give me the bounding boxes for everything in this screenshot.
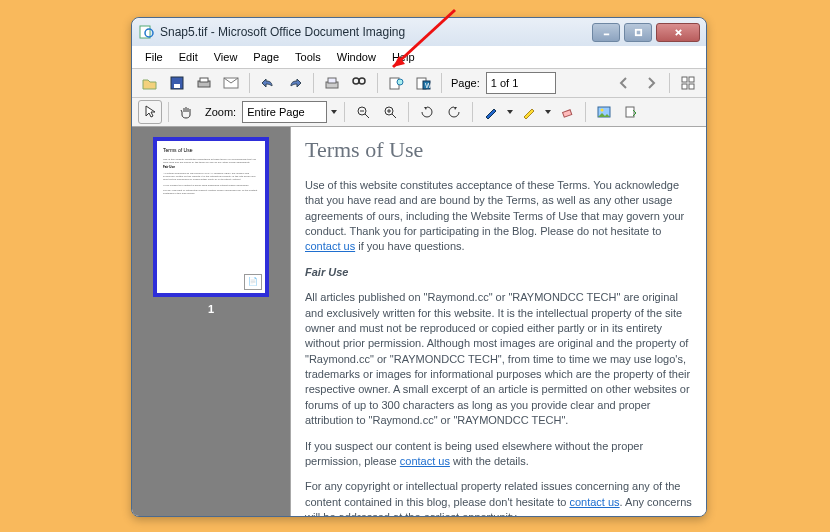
- open-icon[interactable]: [138, 71, 162, 95]
- page-thumbnail[interactable]: Terms of Use Use of this website constit…: [153, 137, 269, 297]
- close-button[interactable]: [656, 23, 700, 42]
- zoom-dropdown-icon[interactable]: [330, 110, 338, 114]
- contact-link[interactable]: contact us: [400, 455, 450, 467]
- doc-paragraph: For any copyright or intellectual proper…: [305, 479, 692, 517]
- eraser-icon[interactable]: [555, 100, 579, 124]
- svg-point-13: [353, 78, 359, 84]
- picture-icon[interactable]: [592, 100, 616, 124]
- separator: [472, 102, 473, 122]
- highlighter-dropdown-icon[interactable]: [544, 110, 552, 114]
- workspace: Terms of Use Use of this website constit…: [132, 127, 706, 517]
- separator: [377, 73, 378, 93]
- svg-rect-9: [200, 78, 208, 82]
- svg-rect-22: [689, 77, 694, 82]
- prev-page-icon[interactable]: [612, 71, 636, 95]
- redo-icon[interactable]: [283, 71, 307, 95]
- menu-help[interactable]: Help: [385, 49, 422, 65]
- thumbnail-panel[interactable]: Terms of Use Use of this website constit…: [132, 127, 291, 517]
- highlighter-icon[interactable]: [517, 100, 541, 124]
- svg-rect-21: [682, 77, 687, 82]
- zoom-out-icon[interactable]: [351, 100, 375, 124]
- zoom-in-icon[interactable]: [378, 100, 402, 124]
- rotate-right-icon[interactable]: [442, 100, 466, 124]
- svg-rect-7: [174, 84, 180, 88]
- menubar: File Edit View Page Tools Window Help: [132, 46, 706, 69]
- svg-rect-24: [689, 84, 694, 89]
- titlebar[interactable]: Snap5.tif - Microsoft Office Document Im…: [132, 18, 706, 46]
- print-icon[interactable]: [192, 71, 216, 95]
- svg-line-29: [392, 114, 396, 118]
- maximize-button[interactable]: [624, 23, 652, 42]
- svg-point-17: [397, 79, 403, 85]
- window-title: Snap5.tif - Microsoft Office Document Im…: [160, 25, 592, 39]
- contact-link[interactable]: contact us: [305, 240, 355, 252]
- svg-rect-3: [635, 29, 640, 34]
- svg-rect-32: [563, 110, 572, 117]
- thumbnail-ocr-badge-icon: 📄: [244, 274, 262, 290]
- menu-file[interactable]: File: [138, 49, 170, 65]
- separator: [344, 102, 345, 122]
- separator: [249, 73, 250, 93]
- svg-rect-23: [682, 84, 687, 89]
- zoom-label: Zoom:: [205, 106, 236, 118]
- toolbar-main: W Page:: [132, 69, 706, 98]
- svg-point-14: [359, 78, 365, 84]
- separator: [313, 73, 314, 93]
- menu-window[interactable]: Window: [330, 49, 383, 65]
- separator: [441, 73, 442, 93]
- page-field[interactable]: [486, 72, 556, 94]
- doc-subheading: Fair Use: [305, 265, 692, 280]
- select-tool-icon[interactable]: [138, 100, 162, 124]
- menu-page[interactable]: Page: [246, 49, 286, 65]
- thumbnail-number: 1: [208, 303, 214, 315]
- menu-tools[interactable]: Tools: [288, 49, 328, 65]
- separator: [168, 102, 169, 122]
- zoom-field[interactable]: [242, 101, 327, 123]
- doc-paragraph: Use of this website constitutes acceptan…: [305, 178, 692, 255]
- svg-line-26: [365, 114, 369, 118]
- thumbnails-icon[interactable]: [676, 71, 700, 95]
- menu-view[interactable]: View: [207, 49, 245, 65]
- window-controls: [592, 23, 700, 42]
- separator: [585, 102, 586, 122]
- doc-paragraph: If you suspect our content is being used…: [305, 439, 692, 470]
- save-icon[interactable]: [165, 71, 189, 95]
- app-icon: [138, 24, 154, 40]
- svg-rect-12: [328, 78, 336, 83]
- separator: [669, 73, 670, 93]
- doc-title: Terms of Use: [305, 135, 692, 166]
- svg-text:W: W: [425, 82, 431, 89]
- export-icon[interactable]: [619, 100, 643, 124]
- mail-icon[interactable]: [219, 71, 243, 95]
- rotate-left-icon[interactable]: [415, 100, 439, 124]
- find-icon[interactable]: [347, 71, 371, 95]
- pen-blue-dropdown-icon[interactable]: [506, 110, 514, 114]
- hand-tool-icon[interactable]: [175, 100, 199, 124]
- pen-blue-icon[interactable]: [479, 100, 503, 124]
- menu-edit[interactable]: Edit: [172, 49, 205, 65]
- contact-link[interactable]: contact us: [569, 496, 619, 508]
- ocr-icon[interactable]: [384, 71, 408, 95]
- document-view[interactable]: Terms of Use Use of this website constit…: [291, 127, 706, 517]
- scan-icon[interactable]: [320, 71, 344, 95]
- doc-paragraph: All articles published on "Raymond.cc" o…: [305, 290, 692, 429]
- toolbar-view: Zoom:: [132, 98, 706, 127]
- undo-icon[interactable]: [256, 71, 280, 95]
- minimize-button[interactable]: [592, 23, 620, 42]
- next-page-icon[interactable]: [639, 71, 663, 95]
- application-window: Snap5.tif - Microsoft Office Document Im…: [131, 17, 707, 517]
- send-to-word-icon[interactable]: W: [411, 71, 435, 95]
- separator: [408, 102, 409, 122]
- page-label: Page:: [451, 77, 480, 89]
- svg-point-34: [601, 109, 604, 112]
